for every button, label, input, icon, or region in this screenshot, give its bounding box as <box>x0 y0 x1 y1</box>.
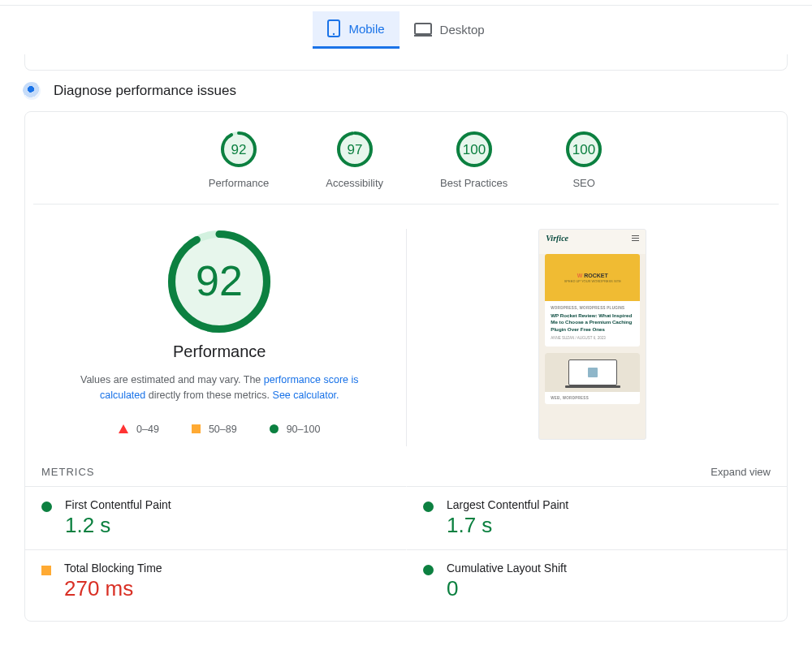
diagnose-icon <box>23 82 41 100</box>
square-icon <box>192 424 201 433</box>
svg-text:97: 97 <box>347 142 362 157</box>
svg-rect-2 <box>415 24 431 34</box>
performance-description: Values are estimated and may vary. The p… <box>61 372 378 404</box>
status-dot-icon <box>423 565 434 575</box>
tab-desktop-label: Desktop <box>440 23 485 37</box>
metric-largest-contentful-paint[interactable]: Largest Contentful Paint 1.7 s <box>406 486 787 549</box>
gauge-accessibility[interactable]: 97 Accessibility <box>326 130 383 189</box>
status-dot-icon <box>423 501 434 512</box>
legend-high: 90–100 <box>270 424 321 435</box>
svg-text:92: 92 <box>231 142 247 157</box>
tab-mobile-label: Mobile <box>348 22 384 36</box>
svg-text:92: 92 <box>196 257 243 304</box>
status-dot-icon <box>41 501 52 512</box>
metrics-heading: METRICS <box>41 466 95 478</box>
circle-icon <box>270 424 279 433</box>
desktop-icon <box>414 23 432 37</box>
tab-mobile[interactable]: Mobile <box>313 11 399 49</box>
page-screenshot-preview: Virfice W ROCKET SPEED UP YOUR WORDPRESS… <box>538 229 646 440</box>
report-card: 92 Performance 97 Accessibility 100 Best… <box>24 111 788 622</box>
svg-text:100: 100 <box>572 142 595 157</box>
metrics-grid: First Contentful Paint 1.2 s Largest Con… <box>25 486 787 613</box>
preview-site-logo: Virfice <box>546 234 568 243</box>
hamburger-icon <box>632 235 639 241</box>
performance-gauge-large: 92 <box>166 229 272 334</box>
performance-title: Performance <box>173 342 266 361</box>
device-tabs: Mobile Desktop <box>0 6 812 54</box>
link-see-calculator[interactable]: See calculator. <box>273 390 339 401</box>
legend-low: 0–49 <box>119 424 159 435</box>
mobile-icon <box>327 19 340 37</box>
metric-cumulative-layout-shift[interactable]: Cumulative Layout Shift 0 <box>406 549 787 613</box>
tab-desktop[interactable]: Desktop <box>400 11 499 49</box>
score-legend: 0–49 50–89 90–100 <box>119 424 320 435</box>
gauges-row: 92 Performance 97 Accessibility 100 Best… <box>33 112 779 204</box>
section-header: Diagnose performance issues <box>23 82 812 100</box>
status-square-icon <box>41 566 51 575</box>
expand-view-toggle[interactable]: Expand view <box>710 466 771 478</box>
metric-total-blocking-time[interactable]: Total Blocking Time 270 ms <box>25 549 406 613</box>
triangle-icon <box>119 424 128 433</box>
gauge-best-practices[interactable]: 100 Best Practices <box>440 130 508 189</box>
metric-first-contentful-paint[interactable]: First Contentful Paint 1.2 s <box>25 486 406 549</box>
legend-mid: 50–89 <box>192 424 237 435</box>
svg-rect-3 <box>414 35 432 37</box>
section-title: Diagnose performance issues <box>54 83 236 99</box>
gauge-seo[interactable]: 100 SEO <box>564 130 603 189</box>
svg-point-1 <box>333 33 335 35</box>
svg-text:100: 100 <box>462 142 485 157</box>
performance-detail: 92 Performance Values are estimated and … <box>33 229 407 446</box>
gauge-performance[interactable]: 92 Performance <box>209 130 269 189</box>
